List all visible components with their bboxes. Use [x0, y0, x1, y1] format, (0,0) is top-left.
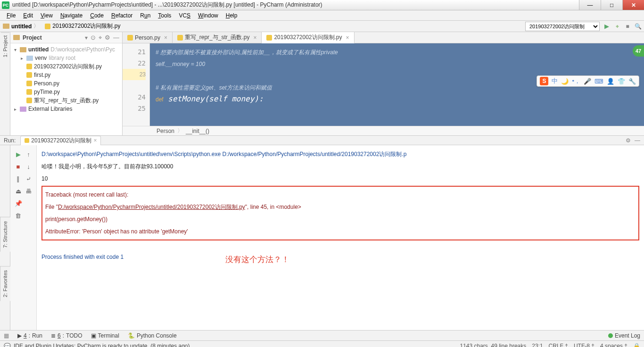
- ime-toolbar[interactable]: S 中 🌙 •， 🎤 ⌨ 👤 👕 🔧: [537, 75, 639, 87]
- tree-item[interactable]: Person.py: [10, 79, 122, 88]
- collapse-icon[interactable]: ⊙: [91, 34, 96, 41]
- traceback-error: AttributeError: 'Person' object has no a…: [45, 225, 636, 238]
- tree-item[interactable]: ▸venvlibrary root: [10, 54, 122, 62]
- tree-item[interactable]: ▾untitledD:\workspace\Python\Pyc: [10, 45, 122, 54]
- debug-icon[interactable]: ⌖: [614, 23, 620, 30]
- status-indent[interactable]: 4 spaces ‡: [600, 343, 627, 347]
- menu-file[interactable]: File: [3, 12, 19, 19]
- editor-tab[interactable]: 重写_repr_与_str_函数.py×: [173, 32, 262, 43]
- wrap-icon[interactable]: ⤶: [25, 174, 33, 183]
- toolwin-pyconsole[interactable]: 🐍 Python Console: [128, 332, 177, 339]
- window-title: untitled [D:\workspace\Python\PycharmPro…: [12, 1, 579, 9]
- close-icon[interactable]: ×: [346, 34, 349, 41]
- minimize-icon[interactable]: —: [635, 137, 640, 144]
- run-tab[interactable]: 201903272002访问限制 ×: [20, 136, 101, 145]
- status-caret[interactable]: 23:1: [532, 343, 543, 347]
- file-link[interactable]: D:/workspace/Python/PycharmProjects/unti…: [58, 204, 245, 210]
- trash-icon[interactable]: 🗑: [14, 211, 23, 220]
- titlebar: PC untitled [D:\workspace\Python\Pycharm…: [0, 0, 644, 10]
- stop-icon[interactable]: ■: [14, 162, 23, 171]
- exit-line: Process finished with exit code 1: [41, 251, 639, 263]
- up-icon[interactable]: ↑: [25, 150, 33, 158]
- ime-mic-icon[interactable]: 🎤: [584, 78, 591, 85]
- pause-icon[interactable]: ‖: [14, 174, 23, 183]
- project-tree[interactable]: ▾untitledD:\workspace\Python\Pyc▸venvlib…: [10, 43, 122, 135]
- console-output[interactable]: D:\workspace\Python\PycharmProjects\unti…: [37, 145, 644, 330]
- close-icon[interactable]: ×: [164, 34, 167, 41]
- print-icon[interactable]: 🖶: [25, 187, 33, 195]
- console-cmd: D:\workspace\Python\PycharmProjects\unti…: [41, 148, 639, 160]
- lock-icon[interactable]: 🔒: [633, 343, 640, 347]
- status-lineend[interactable]: CRLF ‡: [549, 343, 568, 347]
- error-highlight-box: Traceback (most recent call last): File …: [41, 186, 639, 240]
- breadcrumb-file[interactable]: 201903272002访问限制.py: [52, 22, 120, 30]
- rerun-icon[interactable]: ▶: [14, 150, 23, 158]
- run-config-select[interactable]: 201903272002访问限制: [525, 22, 600, 31]
- ime-moon-icon[interactable]: 🌙: [561, 78, 569, 85]
- breadcrumb-root[interactable]: untitled: [11, 23, 32, 30]
- down-icon[interactable]: ↓: [25, 162, 33, 171]
- ime-skin-icon[interactable]: 👕: [618, 78, 625, 85]
- toolwin-terminal[interactable]: ▣ Terminal: [91, 332, 119, 339]
- tool-windows-bar: ▦ ▶ 4: Run ≣ 6: TODO ▣ Terminal 🐍 Python…: [0, 330, 644, 340]
- gear-icon[interactable]: ⚙: [105, 34, 110, 41]
- toolwin-todo[interactable]: ≣ 6: TODO: [51, 332, 82, 339]
- sidetab-structure[interactable]: 7: Structure: [0, 217, 10, 252]
- maximize-button[interactable]: □: [601, 0, 622, 10]
- hide-icon[interactable]: —: [113, 34, 119, 41]
- status-encoding[interactable]: UTF-8 ‡: [574, 343, 594, 347]
- editor-breadcrumb: Person 〉 __init__(): [123, 126, 644, 135]
- tree-item[interactable]: ▸External Libraries: [10, 105, 122, 113]
- status-chars: 1143 chars, 49 line breaks: [460, 343, 526, 347]
- menu-code[interactable]: Code: [86, 12, 107, 19]
- grid-icon[interactable]: ▦: [4, 332, 9, 339]
- editor-tab[interactable]: Person.py×: [123, 32, 173, 43]
- tree-item[interactable]: first.py: [10, 71, 122, 79]
- menu-help[interactable]: Help: [222, 12, 241, 19]
- coverage-badge[interactable]: 47: [633, 45, 644, 57]
- menu-refactor[interactable]: Refactor: [107, 12, 136, 19]
- ime-keyboard-icon[interactable]: ⌨: [594, 78, 603, 85]
- status-bar: 💬 IDE and Plugin Updates: PyCharm is rea…: [0, 340, 644, 347]
- menu-vcs[interactable]: VCS: [175, 12, 194, 19]
- tree-item[interactable]: pyTime.py: [10, 88, 122, 96]
- menu-edit[interactable]: Edit: [19, 12, 37, 19]
- python-file-icon: [25, 138, 29, 143]
- traceback-header: Traceback (most recent call last):: [45, 189, 636, 201]
- sogou-icon[interactable]: S: [540, 77, 548, 85]
- tree-item[interactable]: 201903272002访问限制.py: [10, 62, 122, 71]
- ime-punct-icon[interactable]: •，: [572, 77, 580, 85]
- crumb-method[interactable]: __init__(): [186, 128, 209, 134]
- toolwin-run[interactable]: ▶ 4: Run: [17, 332, 42, 339]
- menu-view[interactable]: View: [37, 12, 57, 19]
- crumb-class[interactable]: Person: [157, 128, 174, 134]
- run-icon[interactable]: ▶: [603, 23, 610, 30]
- editor-tab[interactable]: 201903272002访问限制.py×: [262, 32, 354, 43]
- run-header: Run: 201903272002访问限制 × ⚙ —: [0, 136, 644, 145]
- menubar: File Edit View Navigate Code Refactor Ru…: [0, 10, 644, 21]
- stop-icon[interactable]: ■: [624, 23, 631, 30]
- tree-item[interactable]: 重写_repr_与_str_函数.py: [10, 96, 122, 105]
- ime-user-icon[interactable]: 👤: [607, 78, 614, 85]
- minimize-button[interactable]: —: [579, 0, 601, 10]
- menu-navigate[interactable]: Navigate: [57, 12, 86, 19]
- close-icon[interactable]: ×: [253, 34, 256, 41]
- status-message[interactable]: IDE and Plugin Updates: PyCharm is ready…: [14, 343, 190, 347]
- status-dot-icon: [608, 333, 613, 338]
- menu-tools[interactable]: Tools: [154, 12, 175, 19]
- ime-tool-icon[interactable]: 🔧: [628, 78, 636, 85]
- search-icon[interactable]: 🔍: [635, 23, 641, 30]
- close-icon[interactable]: ×: [93, 137, 97, 144]
- locate-icon[interactable]: ⌖: [99, 34, 102, 41]
- exit-icon[interactable]: ⏏: [14, 187, 23, 195]
- gear-icon[interactable]: ⚙: [626, 137, 631, 144]
- menu-window[interactable]: Window: [194, 12, 222, 19]
- event-log-button[interactable]: Event Log: [608, 332, 640, 339]
- sidetab-project[interactable]: 1: Project: [1, 32, 9, 60]
- close-button[interactable]: ✕: [622, 0, 644, 10]
- ime-lang-icon[interactable]: 中: [552, 77, 558, 85]
- pin-icon[interactable]: 📌: [14, 199, 23, 207]
- chevron-down-icon[interactable]: ▾: [85, 34, 88, 41]
- menu-run[interactable]: Run: [136, 12, 154, 19]
- sidetab-favorites[interactable]: 2: Favorites: [0, 266, 10, 301]
